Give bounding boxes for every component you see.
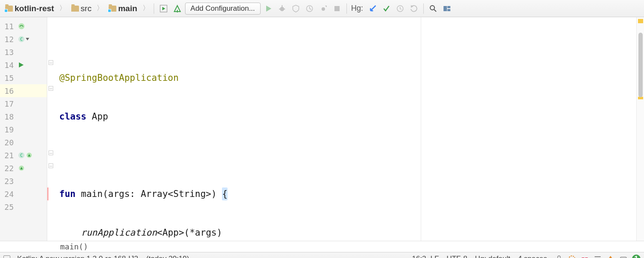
svg-marker-24 xyxy=(19,62,24,68)
svg-rect-12 xyxy=(334,6,340,11)
svg-line-16 xyxy=(434,9,436,12)
breadcrumb-label: src xyxy=(81,4,91,13)
code-line[interactable]: runApplication<App>(*args) xyxy=(47,226,644,239)
editor-code-area[interactable]: – – – – @SpringBootApplication class App… xyxy=(47,17,644,241)
line-number: 19 xyxy=(0,125,16,134)
svg-rect-18 xyxy=(447,6,450,8)
run-configuration-label: Add Configuration... xyxy=(191,4,255,13)
line-number: 17 xyxy=(0,99,16,108)
line-number: 25 xyxy=(0,203,16,212)
vcs-commit-button[interactable] xyxy=(380,3,392,15)
svg-rect-17 xyxy=(444,6,447,11)
fold-toggle-icon[interactable]: – xyxy=(49,86,53,91)
scrollbar-thumb[interactable] xyxy=(638,33,643,97)
code-line[interactable]: fun main(args: Array<String>) { xyxy=(47,187,644,200)
run-gutter-icon[interactable] xyxy=(18,62,24,68)
breadcrumb-separator-icon: 〉 xyxy=(59,4,66,13)
vcs-history-button[interactable] xyxy=(394,3,406,15)
svg-marker-4 xyxy=(266,6,271,12)
project-structure-button[interactable] xyxy=(441,3,453,15)
line-number: 12 xyxy=(0,35,16,44)
code-line[interactable] xyxy=(47,149,644,162)
editor: 11 12 C 13 14 15 16 17 18 19 20 21 C 22 … xyxy=(0,17,644,241)
folder-icon xyxy=(71,6,79,12)
svg-marker-11 xyxy=(325,6,327,7)
build-button[interactable] xyxy=(171,3,183,15)
breadcrumb-src[interactable]: src xyxy=(69,3,94,14)
svg-text:C: C xyxy=(20,37,23,42)
line-number: 23 xyxy=(0,177,16,186)
error-stripe xyxy=(47,187,49,200)
vcs-update-button[interactable] xyxy=(367,3,379,15)
folder-source-icon xyxy=(109,6,116,12)
line-number: 13 xyxy=(0,48,16,57)
svg-point-10 xyxy=(322,7,325,11)
code-line[interactable]: @SpringBootApplication xyxy=(47,71,644,84)
fold-toggle-icon[interactable]: – xyxy=(49,60,53,65)
class-icon[interactable]: C xyxy=(18,152,25,159)
tool-window-toggle-icon[interactable] xyxy=(3,255,10,258)
line-number: 22 xyxy=(0,164,16,173)
class-icon[interactable]: C xyxy=(18,36,25,43)
spring-bean-icon[interactable] xyxy=(18,23,25,30)
run-button[interactable] xyxy=(262,3,274,15)
line-number: 18 xyxy=(0,112,16,121)
line-number: 16 xyxy=(0,86,16,95)
fold-gutter[interactable]: – – – – xyxy=(47,17,55,241)
svg-point-5 xyxy=(280,7,284,11)
profile-button[interactable] xyxy=(304,3,316,15)
code-line[interactable]: class App xyxy=(47,110,644,123)
main-toolbar: kotlin-rest 〉 src 〉 main 〉 Add Configura… xyxy=(0,0,644,17)
line-number: 21 xyxy=(0,151,16,160)
inspection-stripe[interactable] xyxy=(636,17,644,241)
run-configuration-dropdown[interactable]: Add Configuration... xyxy=(185,3,261,15)
breadcrumb-separator-icon: 〉 xyxy=(97,4,103,13)
navigate-icon[interactable] xyxy=(26,152,33,159)
fold-toggle-icon[interactable]: – xyxy=(49,163,53,168)
search-everywhere-button[interactable] xyxy=(427,3,439,15)
svg-point-20 xyxy=(18,23,24,29)
run-target-dropdown[interactable] xyxy=(158,3,170,15)
right-margin-line xyxy=(421,17,421,241)
breadcrumb-project[interactable]: kotlin-rest xyxy=(3,3,57,14)
toolbar-separator xyxy=(154,3,154,14)
debug-button[interactable] xyxy=(276,3,288,15)
line-number: 11 xyxy=(0,22,16,31)
vcs-label: Hg: xyxy=(351,4,363,13)
breadcrumb-label: kotlin-rest xyxy=(15,4,54,13)
attach-debugger-button[interactable] xyxy=(317,3,329,15)
chevron-down-icon[interactable] xyxy=(26,37,29,41)
warning-marker[interactable] xyxy=(638,19,643,23)
breadcrumb-main[interactable]: main xyxy=(106,3,140,14)
toolbar-separator xyxy=(423,3,424,14)
breadcrumb-label: main xyxy=(118,4,137,13)
svg-rect-3 xyxy=(177,10,178,12)
navigate-icon[interactable] xyxy=(18,165,25,172)
svg-rect-19 xyxy=(447,9,450,11)
svg-marker-23 xyxy=(26,38,29,40)
stop-button[interactable] xyxy=(331,3,343,15)
svg-text:C: C xyxy=(20,153,23,158)
breadcrumb-separator-icon: 〉 xyxy=(143,4,149,13)
vcs-revert-button[interactable] xyxy=(408,3,420,15)
line-number: 14 xyxy=(0,61,16,70)
coverage-button[interactable] xyxy=(290,3,302,15)
folder-project-icon xyxy=(5,6,13,12)
line-number: 20 xyxy=(0,138,16,147)
editor-gutter[interactable]: 11 12 C 13 14 15 16 17 18 19 20 21 C 22 … xyxy=(0,17,47,241)
svg-point-15 xyxy=(430,6,434,10)
line-number: 15 xyxy=(0,74,16,83)
line-number: 24 xyxy=(0,190,16,199)
svg-marker-1 xyxy=(162,7,165,10)
toolbar-separator xyxy=(346,3,347,14)
